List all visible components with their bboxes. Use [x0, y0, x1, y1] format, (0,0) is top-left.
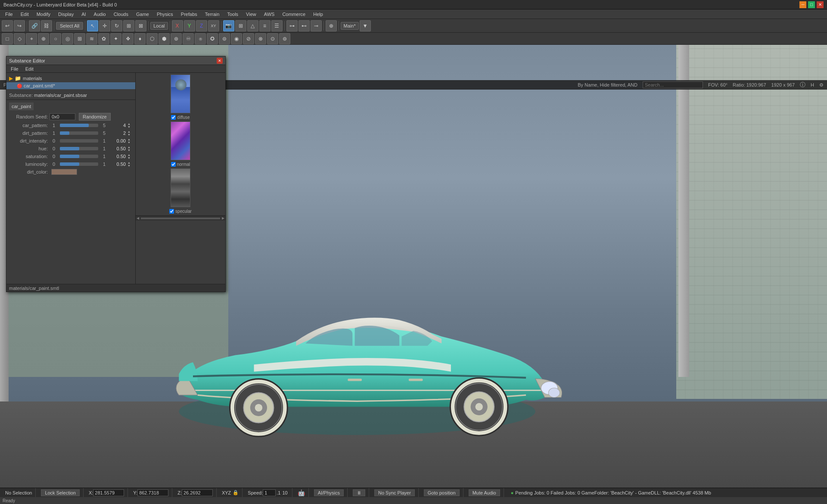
link-button[interactable]: 🔗: [29, 20, 40, 31]
menu-game[interactable]: Game: [133, 11, 152, 18]
menu-edit[interactable]: Edit: [17, 11, 32, 18]
ai-physics-button[interactable]: AI/Physics: [314, 489, 344, 496]
pause-button[interactable]: ⏸: [353, 489, 365, 496]
sec-tool23[interactable]: ⊙: [267, 33, 278, 44]
menu-commerce[interactable]: Commerce: [279, 11, 309, 18]
menu-physics[interactable]: Physics: [153, 11, 177, 18]
car-pattern-down[interactable]: ▼: [127, 125, 133, 128]
car-pattern-slider[interactable]: [60, 124, 98, 127]
sec-tool10[interactable]: ✦: [110, 33, 121, 44]
move-tool-button[interactable]: ✛: [99, 20, 110, 31]
car-paint-file[interactable]: 🔴 car_paint.smtl*: [6, 82, 135, 89]
coordinate-system-selector[interactable]: Local: [150, 22, 168, 30]
luminosity-down[interactable]: ▼: [127, 164, 133, 167]
sec-tool16[interactable]: ♾: [183, 33, 194, 44]
sec-tool7[interactable]: ⊞: [74, 33, 85, 44]
menu-help[interactable]: Help: [310, 11, 326, 18]
sec-tool22[interactable]: ⊗: [255, 33, 266, 44]
hue-up[interactable]: ▲: [127, 146, 133, 149]
grid-button[interactable]: ⊞: [235, 20, 246, 31]
maximize-button[interactable]: □: [808, 1, 815, 8]
sec-tool5[interactable]: ○: [50, 33, 61, 44]
sec-tool13[interactable]: ⬡: [146, 33, 158, 44]
goto-position-button[interactable]: Goto position: [424, 489, 460, 496]
normal-checkbox[interactable]: [171, 162, 176, 167]
menu-display[interactable]: Display: [55, 11, 77, 18]
sec-tool8[interactable]: ≋: [86, 33, 97, 44]
menu-ai[interactable]: AI: [78, 11, 89, 18]
car-pattern-up[interactable]: ▲: [127, 122, 133, 125]
luminosity-up[interactable]: ▲: [127, 161, 133, 164]
dirt-pattern-slider[interactable]: [60, 131, 98, 135]
dirt-pattern-up[interactable]: ▲: [127, 130, 133, 133]
menu-aws[interactable]: AWS: [261, 11, 278, 18]
sec-tool18[interactable]: ✪: [207, 33, 218, 44]
saturation-up[interactable]: ▲: [127, 153, 133, 156]
layers-button[interactable]: ⊕: [326, 20, 337, 31]
close-button[interactable]: ✕: [817, 1, 824, 8]
menu-view[interactable]: View: [243, 11, 260, 18]
axis-y-button[interactable]: Y: [184, 20, 195, 31]
sec-tool1[interactable]: □: [2, 33, 13, 44]
sec-tool2[interactable]: ◇: [14, 33, 25, 44]
menu-prefabs[interactable]: Prefabs: [177, 11, 201, 18]
scale-tool-button[interactable]: ⊞: [123, 20, 134, 31]
unlink-button[interactable]: ⛓: [41, 20, 52, 31]
substance-menu-edit[interactable]: Edit: [23, 66, 36, 72]
menu-clouds[interactable]: Clouds: [110, 11, 132, 18]
sec-tool21[interactable]: ⊘: [243, 33, 254, 44]
sec-tool9[interactable]: ✿: [98, 33, 109, 44]
tool2-button[interactable]: ⊷: [298, 20, 310, 31]
camera-button[interactable]: 📷: [223, 20, 234, 31]
tool3-button[interactable]: ⊸: [311, 20, 322, 31]
sec-tool24[interactable]: ⊚: [279, 33, 290, 44]
saturation-down[interactable]: ▼: [127, 156, 133, 159]
y-input[interactable]: [137, 489, 168, 496]
dirt-pattern-down[interactable]: ▼: [127, 133, 133, 136]
sec-tool17[interactable]: ⍟: [195, 33, 206, 44]
menu-file[interactable]: File: [2, 11, 16, 18]
random-seed-input[interactable]: [50, 113, 75, 120]
dirt-intensity-down[interactable]: ▼: [127, 141, 133, 144]
angle-button[interactable]: △: [247, 20, 258, 31]
tool1-button[interactable]: ⊶: [286, 20, 298, 31]
speed-input[interactable]: [263, 489, 276, 496]
rotate-tool-button[interactable]: ↻: [111, 20, 122, 31]
lock-selection-button[interactable]: Lock Selection: [41, 489, 80, 496]
redo-button[interactable]: ↪: [14, 20, 25, 31]
sec-tool19[interactable]: ⊜: [219, 33, 230, 44]
z-input[interactable]: [182, 489, 213, 496]
x-input[interactable]: [93, 489, 124, 496]
align-button[interactable]: ≡: [259, 20, 270, 31]
undo-button[interactable]: ↩: [2, 20, 13, 31]
sec-tool14[interactable]: ⬢: [159, 33, 170, 44]
sec-tool4[interactable]: ⊕: [38, 33, 49, 44]
minimize-button[interactable]: ─: [799, 1, 806, 8]
select-tool-button[interactable]: ↖: [87, 20, 98, 31]
main-label[interactable]: Main*: [341, 22, 359, 30]
sec-tool6[interactable]: ◎: [62, 33, 73, 44]
transform-tool-button[interactable]: ⊠: [135, 20, 146, 31]
select-all-button[interactable]: Select All: [56, 22, 83, 30]
dirt-color-swatch[interactable]: [51, 169, 77, 175]
axis-xy-button[interactable]: XY: [208, 20, 219, 31]
substance-close-button[interactable]: ✕: [217, 58, 223, 64]
sec-tool12[interactable]: ♦: [134, 33, 146, 44]
specular-checkbox[interactable]: [169, 209, 174, 214]
axis-z-button[interactable]: Z: [196, 20, 207, 31]
luminosity-slider[interactable]: [60, 162, 98, 166]
mute-audio-button[interactable]: Mute Audio: [469, 489, 500, 496]
main-dropdown[interactable]: ▼: [360, 20, 371, 31]
no-sync-player-button[interactable]: No Sync Player: [374, 489, 415, 496]
axis-x-button[interactable]: X: [172, 20, 183, 31]
menu-audio[interactable]: Audio: [90, 11, 109, 18]
hue-slider[interactable]: [60, 147, 98, 150]
sec-tool15[interactable]: ⊛: [171, 33, 182, 44]
substance-menu-file[interactable]: File: [8, 66, 21, 72]
sec-tool3[interactable]: ⌖: [26, 33, 37, 44]
sec-tool20[interactable]: ◉: [231, 33, 242, 44]
scroll-left-arrow[interactable]: ◀: [137, 216, 139, 220]
saturation-slider[interactable]: [60, 155, 98, 158]
menu-tools[interactable]: Tools: [224, 11, 242, 18]
scroll-right-arrow[interactable]: ▶: [222, 216, 224, 220]
